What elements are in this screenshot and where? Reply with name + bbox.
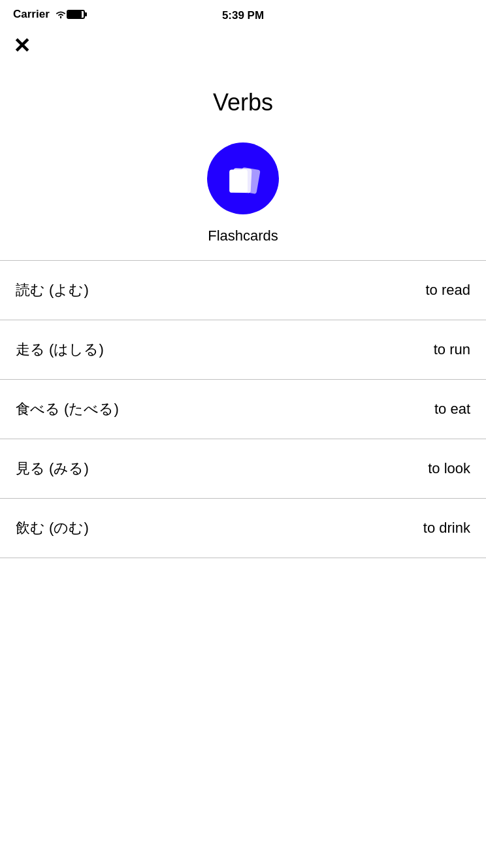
battery-icon <box>67 10 85 19</box>
vocab-english: to read <box>426 282 471 299</box>
vocab-japanese: 走る (はしる) <box>16 340 104 359</box>
vocab-japanese: 見る (みる) <box>16 459 89 478</box>
battery-fill <box>68 11 82 18</box>
flashcard-icon-button[interactable] <box>207 142 279 214</box>
svg-rect-2 <box>229 169 248 192</box>
status-time: 5:39 PM <box>222 9 264 22</box>
vocab-english: to look <box>428 460 470 477</box>
vocab-japanese: 食べる (たべる) <box>16 399 119 419</box>
vocab-item[interactable]: 走る (はしる)to run <box>0 320 486 380</box>
status-bar: Carrier 5:39 PM <box>0 0 486 29</box>
flashcard-label: Flashcards <box>208 227 278 244</box>
vocab-english: to run <box>434 341 470 358</box>
main-content: Verbs Flashcards 読む (よむ)to read走る (はしる)t… <box>0 63 486 558</box>
close-icon: ✕ <box>13 34 31 58</box>
carrier-wifi: Carrier <box>13 8 67 21</box>
flashcards-icon <box>222 158 265 200</box>
close-button[interactable]: ✕ <box>0 29 44 63</box>
vocab-list: 読む (よむ)to read走る (はしる)to run食べる (たべる)to … <box>0 261 486 558</box>
vocab-english: to drink <box>423 520 470 537</box>
vocab-japanese: 読む (よむ) <box>16 280 89 300</box>
vocab-item[interactable]: 飲む (のむ)to drink <box>0 499 486 558</box>
wifi-icon <box>55 10 67 19</box>
battery-container <box>67 10 85 19</box>
vocab-item[interactable]: 見る (みる)to look <box>0 439 486 499</box>
page-title: Verbs <box>213 89 273 116</box>
carrier-label: Carrier <box>13 8 50 21</box>
vocab-english: to eat <box>434 401 470 418</box>
vocab-item[interactable]: 食べる (たべる)to eat <box>0 380 486 439</box>
vocab-item[interactable]: 読む (よむ)to read <box>0 261 486 320</box>
vocab-japanese: 飲む (のむ) <box>16 518 89 538</box>
